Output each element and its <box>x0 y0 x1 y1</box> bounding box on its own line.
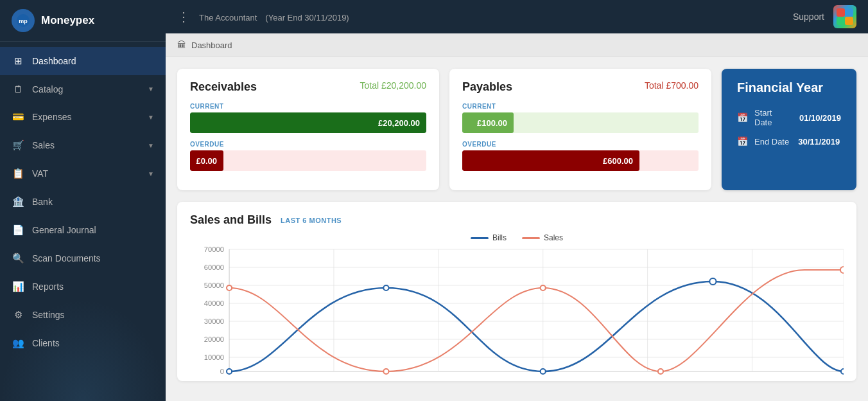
payables-overdue-bar: £600.00 <box>462 150 639 171</box>
payables-total: Total £700.00 <box>645 80 699 91</box>
sidebar-item-settings[interactable]: ⚙ Settings <box>0 301 166 329</box>
receivables-overdue-bar: £0.00 <box>190 150 223 171</box>
payables-title: Payables <box>462 80 512 94</box>
svg-text:mp: mp <box>19 18 28 24</box>
topbar: ⋮ The Accountant (Year End 30/11/2019) S… <box>166 0 868 33</box>
breadcrumb-label[interactable]: Dashboard <box>191 40 232 50</box>
sales-legend-label: Sales <box>544 233 563 242</box>
vat-icon: 📋 <box>12 168 24 179</box>
sidebar-item-catalog[interactable]: 🗒 Catalog ▼ <box>0 75 166 103</box>
fy-start-row: 📅 Start Date 01/10/2019 <box>737 108 841 127</box>
receivables-header: Receivables Total £20,200.00 <box>190 80 426 94</box>
sidebar-label-sales: Sales <box>32 140 140 150</box>
logo-text: Moneypex <box>41 14 94 27</box>
fy-end-label: End Date <box>754 137 789 147</box>
sidebar-item-expenses[interactable]: 💳 Expenses ▼ <box>0 103 166 131</box>
svg-text:0: 0 <box>220 368 224 375</box>
sidebar-label-dashboard: Dashboard <box>32 56 154 66</box>
svg-rect-4 <box>837 17 845 25</box>
payables-current-label: CURRENT <box>462 103 699 110</box>
sidebar-item-general-journal[interactable]: 📄 General Journal <box>0 216 166 244</box>
settings-icon: ⚙ <box>12 309 24 321</box>
title-subtitle: (Year End 30/11/2019) <box>265 13 349 22</box>
receivables-overdue-label: OVERDUE <box>190 141 426 148</box>
sidebar: mp Moneypex ⊞ Dashboard 🗒 Catalog ▼ 💳 Ex… <box>0 0 166 401</box>
receivables-overdue-amount: £0.00 <box>196 156 217 166</box>
fy-start-value: 01/10/2019 <box>799 113 841 123</box>
receivables-title: Receivables <box>190 80 257 94</box>
bills-legend-line <box>471 237 489 239</box>
avatar-icon <box>837 8 853 25</box>
payables-current-section: CURRENT £100.00 <box>462 103 699 133</box>
calendar-end-icon: 📅 <box>737 136 748 147</box>
payables-card: Payables Total £700.00 CURRENT £100.00 O… <box>449 69 711 190</box>
chevron-down-icon-expenses: ▼ <box>148 114 154 121</box>
payables-current-bar: £100.00 <box>462 112 514 133</box>
clients-icon: 👥 <box>12 337 24 349</box>
sidebar-label-vat: VAT <box>32 168 140 179</box>
title-main: The Accountant <box>199 13 257 22</box>
svg-point-35 <box>383 369 388 374</box>
fy-title: Financial Year <box>737 80 841 95</box>
svg-point-36 <box>541 285 546 290</box>
svg-point-34 <box>227 285 232 290</box>
support-link[interactable]: Support <box>793 12 824 22</box>
user-avatar[interactable] <box>833 5 856 28</box>
receivables-overdue-bar-track: £0.00 <box>190 150 426 171</box>
sales-bills-chart: 70000 60000 50000 40000 30000 20000 1000… <box>190 246 844 375</box>
receivables-current-bar: £20,200.00 <box>190 112 426 133</box>
svg-point-30 <box>383 285 388 290</box>
sidebar-label-settings: Settings <box>32 310 154 320</box>
fy-end-row: 📅 End Date 30/11/2019 <box>737 136 841 147</box>
bills-legend-label: Bills <box>492 233 507 242</box>
sidebar-label-journal: General Journal <box>32 225 154 235</box>
reports-icon: 📊 <box>12 281 24 292</box>
sidebar-label-catalog: Catalog <box>32 84 140 94</box>
sidebar-item-vat[interactable]: 📋 VAT ▼ <box>0 159 166 188</box>
fy-start-label: Start Date <box>754 108 790 127</box>
receivables-overdue-section: OVERDUE £0.00 <box>190 141 426 171</box>
sidebar-item-scan-documents[interactable]: 🔍 Scan Documents <box>0 244 166 272</box>
svg-text:40000: 40000 <box>204 299 224 307</box>
breadcrumb: 🏛 Dashboard <box>166 33 868 57</box>
receivables-current-label: CURRENT <box>190 103 426 110</box>
receivables-card: Receivables Total £20,200.00 CURRENT £20… <box>177 69 439 190</box>
sidebar-item-dashboard[interactable]: ⊞ Dashboard <box>0 47 166 75</box>
svg-point-37 <box>658 369 663 374</box>
sales-legend-line <box>522 237 540 239</box>
legend-bills: Bills <box>471 233 507 242</box>
payables-overdue-section: OVERDUE £600.00 <box>462 141 699 171</box>
sidebar-item-sales[interactable]: 🛒 Sales ▼ <box>0 131 166 159</box>
menu-icon[interactable]: ⋮ <box>177 9 190 24</box>
sidebar-label-scan: Scan Documents <box>32 253 154 263</box>
catalog-icon: 🗒 <box>12 84 24 94</box>
svg-point-33 <box>841 369 844 374</box>
sales-header: Sales and Bills LAST 6 MONTHS <box>190 213 844 227</box>
main-area: ⋮ The Accountant (Year End 30/11/2019) S… <box>166 0 868 401</box>
content-area: Receivables Total £20,200.00 CURRENT £20… <box>166 57 868 401</box>
bank-icon: 🏦 <box>12 196 24 208</box>
breadcrumb-icon: 🏛 <box>177 40 186 50</box>
sidebar-nav: ⊞ Dashboard 🗒 Catalog ▼ 💳 Expenses ▼ 🛒 S… <box>0 42 166 401</box>
receivables-total: Total £20,200.00 <box>360 80 426 91</box>
dashboard-icon: ⊞ <box>12 55 24 67</box>
chart-legend: Bills Sales <box>190 233 844 242</box>
svg-text:50000: 50000 <box>204 281 224 289</box>
sidebar-label-expenses: Expenses <box>32 112 140 122</box>
sidebar-item-clients[interactable]: 👥 Clients <box>0 329 166 357</box>
svg-point-29 <box>227 369 232 374</box>
fy-end-value: 30/11/2019 <box>798 137 840 147</box>
sidebar-item-bank[interactable]: 🏦 Bank <box>0 188 166 216</box>
sales-bills-section: Sales and Bills LAST 6 MONTHS Bills Sale… <box>177 202 856 381</box>
svg-text:70000: 70000 <box>204 246 224 253</box>
svg-text:20000: 20000 <box>204 335 224 343</box>
chart-area: 70000 60000 50000 40000 30000 20000 1000… <box>190 246 844 375</box>
sales-icon: 🛒 <box>12 139 24 151</box>
svg-rect-2 <box>837 8 845 17</box>
sales-subtitle: LAST 6 MONTHS <box>281 217 342 224</box>
sidebar-item-reports[interactable]: 📊 Reports <box>0 272 166 301</box>
svg-text:60000: 60000 <box>204 263 224 271</box>
summary-cards: Receivables Total £20,200.00 CURRENT £20… <box>177 69 856 190</box>
logo-area[interactable]: mp Moneypex <box>0 0 166 42</box>
expenses-icon: 💳 <box>12 111 24 123</box>
